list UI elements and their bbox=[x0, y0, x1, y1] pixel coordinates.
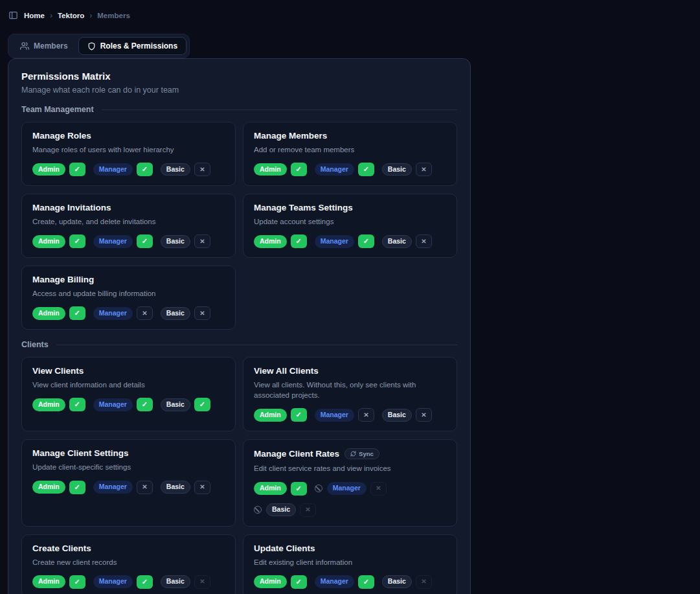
role-badge-basic: Basic bbox=[266, 503, 296, 516]
role-group-basic: Basic✕ bbox=[161, 575, 210, 589]
permission-grant-toggle[interactable]: ✓ bbox=[69, 306, 85, 320]
breadcrumb-current: Members bbox=[97, 12, 130, 19]
role-badge-admin: Admin bbox=[32, 235, 65, 248]
shield-icon bbox=[87, 42, 96, 51]
role-badge-basic: Basic bbox=[161, 307, 190, 320]
permission-deny-toggle[interactable]: ✕ bbox=[358, 408, 374, 422]
card-description: Update client-specific settings bbox=[32, 462, 225, 472]
x-icon: ✕ bbox=[199, 166, 205, 173]
role-toggles-row: Admin✓Manager✓Basic✕ bbox=[254, 575, 446, 589]
tab-members[interactable]: Members bbox=[11, 37, 77, 55]
check-icon: ✓ bbox=[74, 238, 80, 245]
permission-card: View All ClientsView all clients. Withou… bbox=[243, 357, 457, 431]
permission-grant-toggle[interactable]: ✓ bbox=[194, 398, 210, 411]
role-group-manager: Manager✓ bbox=[93, 163, 153, 176]
role-group-basic: Basic✕ bbox=[382, 408, 432, 422]
x-icon: ✕ bbox=[199, 578, 205, 585]
role-group-basic: Basic✓ bbox=[161, 398, 210, 411]
role-group-manager: Manager✓ bbox=[93, 234, 153, 248]
breadcrumb-home[interactable]: Home bbox=[24, 12, 45, 19]
permission-grant-toggle[interactable]: ✓ bbox=[69, 575, 85, 589]
permission-grant-toggle[interactable]: ✓ bbox=[358, 163, 374, 176]
role-badge-basic: Basic bbox=[382, 409, 412, 422]
role-badge-basic: Basic bbox=[161, 235, 190, 248]
card-title-row: Manage Invitations bbox=[32, 203, 225, 212]
role-badge-basic: Basic bbox=[161, 398, 190, 411]
permission-sections: Team ManagementManage RolesManage roles … bbox=[21, 105, 457, 594]
role-group-manager: Manager✕ bbox=[315, 482, 387, 496]
permission-grant-toggle[interactable]: ✓ bbox=[291, 408, 307, 422]
tab-roles-permissions[interactable]: Roles & Permissions bbox=[78, 37, 186, 55]
permission-grant-toggle[interactable]: ✓ bbox=[69, 234, 85, 248]
permission-deny-toggle[interactable]: ✕ bbox=[137, 481, 153, 494]
role-group-manager: Manager✓ bbox=[315, 163, 374, 176]
permission-grant-toggle[interactable]: ✓ bbox=[137, 234, 153, 248]
x-icon: ✕ bbox=[421, 412, 426, 418]
card-title: Manage Client Settings bbox=[32, 448, 129, 458]
x-icon: ✕ bbox=[421, 238, 426, 245]
permission-grant-toggle[interactable]: ✓ bbox=[137, 398, 153, 411]
role-group-manager: Manager✓ bbox=[315, 575, 374, 589]
check-icon: ✓ bbox=[296, 578, 302, 586]
card-description: Manage roles of users with lower hierarc… bbox=[32, 144, 225, 155]
check-icon: ✓ bbox=[142, 401, 148, 408]
role-group-admin: Admin✓ bbox=[32, 163, 85, 176]
check-icon: ✓ bbox=[363, 238, 369, 245]
permission-grant-toggle[interactable]: ✓ bbox=[137, 575, 153, 589]
role-badge-manager: Manager bbox=[315, 235, 354, 248]
ban-icon bbox=[254, 506, 262, 514]
permission-grant-toggle[interactable]: ✓ bbox=[69, 481, 85, 494]
role-group-admin: Admin✓ bbox=[32, 398, 85, 411]
role-toggles-row: Admin✓Manager✕Basic✕ bbox=[32, 481, 225, 494]
permission-deny-toggle[interactable]: ✕ bbox=[137, 306, 153, 320]
role-badge-basic: Basic bbox=[382, 235, 412, 248]
role-group-manager: Manager✓ bbox=[93, 575, 153, 589]
permission-deny-toggle[interactable]: ✕ bbox=[194, 163, 210, 176]
permission-grid: Manage RolesManage roles of users with l… bbox=[21, 122, 457, 330]
permission-grant-toggle[interactable]: ✓ bbox=[291, 575, 307, 589]
x-icon: ✕ bbox=[142, 310, 147, 317]
permission-card: Manage Client SettingsUpdate client-spec… bbox=[21, 439, 236, 526]
permission-deny-toggle[interactable]: ✕ bbox=[194, 481, 210, 494]
role-group-admin: Admin✓ bbox=[32, 481, 85, 494]
card-description: Edit existing client information bbox=[254, 557, 446, 567]
permission-grant-toggle[interactable]: ✓ bbox=[69, 163, 85, 176]
permission-deny-toggle[interactable]: ✕ bbox=[194, 234, 210, 248]
role-badge-manager: Manager bbox=[327, 482, 367, 495]
permission-deny-toggle[interactable]: ✕ bbox=[416, 163, 432, 176]
permission-grant-toggle[interactable]: ✓ bbox=[291, 482, 307, 496]
permission-grant-toggle[interactable]: ✓ bbox=[137, 163, 153, 176]
x-icon: ✕ bbox=[199, 310, 205, 317]
tab-roles-permissions-label: Roles & Permissions bbox=[100, 41, 177, 51]
role-badge-basic: Basic bbox=[382, 575, 412, 588]
role-group-admin: Admin✓ bbox=[32, 575, 85, 589]
permission-grant-toggle[interactable]: ✓ bbox=[358, 234, 374, 248]
check-icon: ✓ bbox=[363, 578, 369, 586]
card-title: Manage Teams Settings bbox=[254, 203, 353, 212]
card-title-row: Update Clients bbox=[254, 543, 446, 553]
card-title: Manage Invitations bbox=[32, 203, 111, 212]
role-badge-admin: Admin bbox=[32, 575, 65, 588]
check-icon: ✓ bbox=[363, 166, 369, 173]
permission-deny-toggle[interactable]: ✕ bbox=[416, 234, 432, 248]
permission-grant-toggle[interactable]: ✓ bbox=[358, 575, 374, 589]
role-toggles-row: Admin✓Manager✕Basic✕ bbox=[254, 408, 446, 422]
permission-deny-toggle[interactable]: ✕ bbox=[416, 408, 432, 422]
card-description: Access and update billing information bbox=[32, 288, 225, 299]
role-badge-manager: Manager bbox=[93, 481, 133, 494]
permission-grant-toggle[interactable]: ✓ bbox=[69, 398, 85, 411]
role-badge-manager: Manager bbox=[315, 163, 354, 176]
role-badge-admin: Admin bbox=[32, 481, 65, 494]
section-divider bbox=[102, 109, 457, 110]
role-group-admin: Admin✓ bbox=[254, 482, 307, 496]
breadcrumb-team[interactable]: Tektoro bbox=[58, 12, 84, 19]
card-title-row: Manage Teams Settings bbox=[254, 203, 446, 212]
role-toggles-row: Admin✓Manager✓Basic✕ bbox=[32, 575, 225, 589]
permission-grant-toggle[interactable]: ✓ bbox=[291, 234, 307, 248]
permission-grant-toggle[interactable]: ✓ bbox=[291, 163, 307, 176]
permission-deny-toggle[interactable]: ✕ bbox=[194, 306, 210, 320]
role-group-admin: Admin✓ bbox=[254, 408, 307, 422]
sidebar-toggle-icon[interactable] bbox=[8, 10, 18, 20]
check-icon: ✓ bbox=[296, 411, 302, 418]
sync-badge: Sync bbox=[344, 448, 379, 459]
